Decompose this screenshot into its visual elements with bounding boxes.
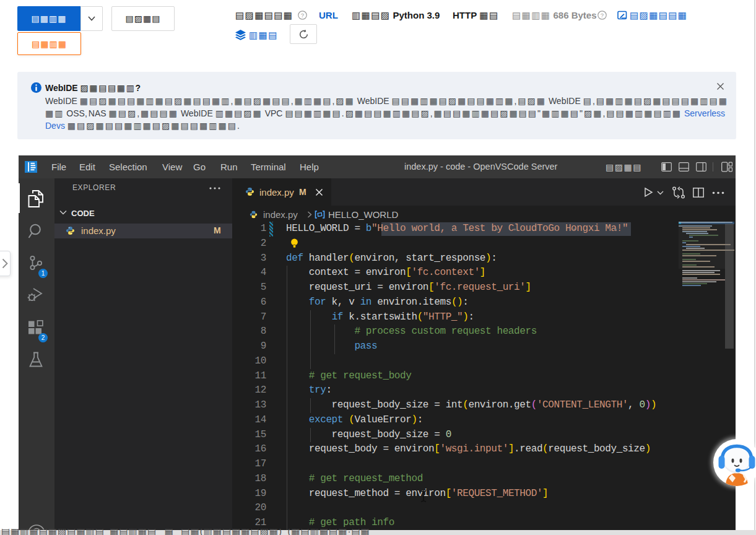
svg-text:?: ? <box>301 12 304 19</box>
svg-text:?: ? <box>601 12 604 19</box>
